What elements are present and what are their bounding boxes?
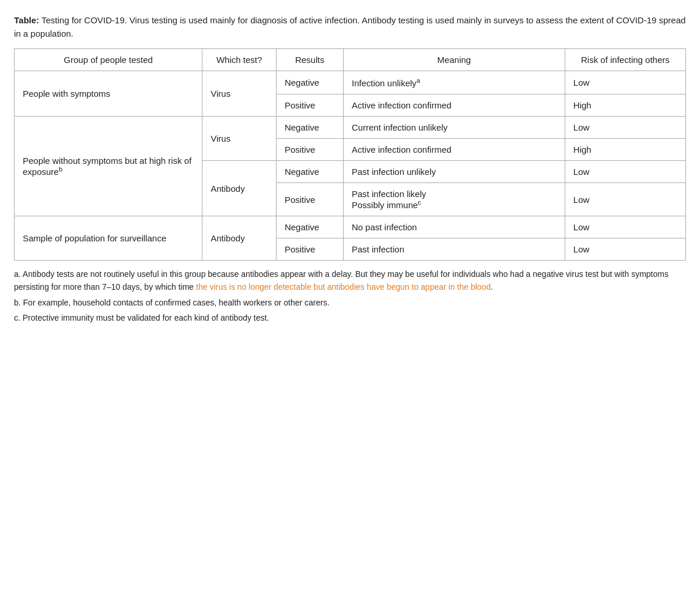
header-group: Group of people tested [15, 49, 202, 71]
cell-result-0-1: Positive [276, 94, 343, 117]
table-row: Sample of population for surveillanceAnt… [15, 216, 686, 238]
cell-result-1-0: Negative [276, 117, 343, 139]
footnote-a-link[interactable]: the virus is no longer detectable but an… [196, 282, 491, 292]
cell-risk-1-1: High [565, 139, 685, 161]
cell-group-0: People with symptoms [15, 71, 202, 117]
cell-result-0-0: Negative [276, 71, 343, 94]
footnote-a-text-after: . [491, 282, 493, 292]
cell-risk-1-0: Low [565, 117, 685, 139]
caption-text: Testing for COVID-19. Virus testing is u… [14, 15, 685, 38]
table-caption: Table: Testing for COVID-19. Virus testi… [14, 14, 686, 40]
cell-group-2: Sample of population for surveillance [15, 216, 202, 261]
footnotes-section: a. Antibody tests are not routinely usef… [14, 268, 686, 325]
cell-risk-1-2: Low [565, 161, 685, 183]
cell-meaning-1-0: Current infection unlikely [343, 117, 565, 139]
cell-group-1: People without symptoms but at high risk… [15, 117, 202, 216]
cell-result-2-1: Positive [276, 238, 343, 261]
footnote-b: b. For example, household contacts of co… [14, 296, 686, 309]
cell-risk-0-0: Low [565, 71, 685, 94]
cell-meaning-2-1: Past infection [343, 238, 565, 261]
table-header-row: Group of people tested Which test? Resul… [15, 49, 686, 71]
header-test: Which test? [202, 49, 276, 71]
caption-bold: Table: [14, 15, 39, 25]
header-risk: Risk of infecting others [565, 49, 685, 71]
cell-meaning-0-0: Infection unlikelya [343, 71, 565, 94]
footnote-a: a. Antibody tests are not routinely usef… [14, 268, 686, 294]
cell-test-1-2: Antibody [202, 161, 276, 216]
cell-meaning-1-1: Active infection confirmed [343, 139, 565, 161]
cell-meaning-1-3: Past infection likelyPossibly immunec [343, 183, 565, 216]
cell-result-1-1: Positive [276, 139, 343, 161]
cell-test-2-0: Antibody [202, 216, 276, 261]
cell-test-0-0: Virus [202, 71, 276, 117]
footnote-c: c. Protective immunity must be validated… [14, 311, 686, 324]
header-meaning: Meaning [343, 49, 565, 71]
cell-result-1-3: Positive [276, 183, 343, 216]
covid-testing-table: Group of people tested Which test? Resul… [14, 48, 686, 261]
table-row: People without symptoms but at high risk… [15, 117, 686, 139]
cell-result-2-0: Negative [276, 216, 343, 238]
cell-test-1-0: Virus [202, 117, 276, 161]
cell-risk-1-3: Low [565, 183, 685, 216]
cell-result-1-2: Negative [276, 161, 343, 183]
cell-risk-2-1: Low [565, 238, 685, 261]
cell-risk-2-0: Low [565, 216, 685, 238]
table-row: People with symptomsVirusNegativeInfecti… [15, 71, 686, 94]
cell-meaning-1-2: Past infection unlikely [343, 161, 565, 183]
header-results: Results [276, 49, 343, 71]
cell-meaning-0-1: Active infection confirmed [343, 94, 565, 117]
cell-risk-0-1: High [565, 94, 685, 117]
cell-meaning-2-0: No past infection [343, 216, 565, 238]
